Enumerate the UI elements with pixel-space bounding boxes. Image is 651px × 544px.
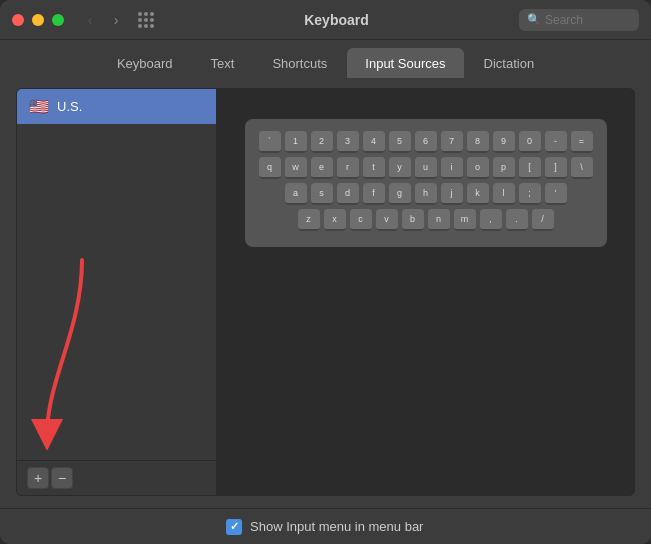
key-0: 0 — [519, 131, 541, 153]
key-7: 7 — [441, 131, 463, 153]
flag-icon: 🇺🇸 — [29, 97, 49, 116]
forward-button[interactable]: › — [106, 10, 126, 30]
close-button[interactable] — [12, 14, 24, 26]
keyboard-row-4: z x c v b n m , . / — [259, 209, 593, 231]
key-r: r — [337, 157, 359, 179]
key-6: 6 — [415, 131, 437, 153]
key-p: p — [493, 157, 515, 179]
key-l: l — [493, 183, 515, 205]
bottom-bar: ✓ Show Input menu in menu bar — [0, 508, 651, 544]
show-input-menu-label: Show Input menu in menu bar — [250, 519, 423, 534]
key-9: 9 — [493, 131, 515, 153]
key-z: z — [298, 209, 320, 231]
key-1: 1 — [285, 131, 307, 153]
key-j: j — [441, 183, 463, 205]
remove-input-button[interactable]: − — [51, 467, 73, 489]
key-x: x — [324, 209, 346, 231]
sidebar-item-us[interactable]: 🇺🇸 U.S. — [17, 89, 216, 124]
maximize-button[interactable] — [52, 14, 64, 26]
key-5: 5 — [389, 131, 411, 153]
key-v: v — [376, 209, 398, 231]
key-rbracket: ] — [545, 157, 567, 179]
checkmark-icon: ✓ — [230, 520, 239, 533]
tab-bar: Keyboard Text Shortcuts Input Sources Di… — [0, 40, 651, 78]
tab-keyboard[interactable]: Keyboard — [99, 48, 191, 78]
back-button[interactable]: ‹ — [80, 10, 100, 30]
keyboard-row-1: ` 1 2 3 4 5 6 7 8 9 0 - = — [259, 131, 593, 153]
keyboard-preview-area: ` 1 2 3 4 5 6 7 8 9 0 - = — [217, 89, 634, 495]
key-quote: ' — [545, 183, 567, 205]
key-y: y — [389, 157, 411, 179]
traffic-lights — [12, 14, 64, 26]
key-m: m — [454, 209, 476, 231]
key-g: g — [389, 183, 411, 205]
add-input-button[interactable]: + — [27, 467, 49, 489]
search-box[interactable]: 🔍 — [519, 9, 639, 31]
key-s: s — [311, 183, 333, 205]
key-i: i — [441, 157, 463, 179]
show-input-menu-checkbox[interactable]: ✓ — [226, 519, 242, 535]
keyboard-visual: ` 1 2 3 4 5 6 7 8 9 0 - = — [245, 119, 607, 247]
sidebar-item-label: U.S. — [57, 99, 82, 114]
key-t: t — [363, 157, 385, 179]
tab-shortcuts[interactable]: Shortcuts — [254, 48, 345, 78]
key-h: h — [415, 183, 437, 205]
tab-dictation[interactable]: Dictation — [466, 48, 553, 78]
key-k: k — [467, 183, 489, 205]
key-8: 8 — [467, 131, 489, 153]
key-lbracket: [ — [519, 157, 541, 179]
key-u: u — [415, 157, 437, 179]
key-a: a — [285, 183, 307, 205]
keyboard-row-2: q w e r t y u i o p [ ] \ — [259, 157, 593, 179]
key-comma: , — [480, 209, 502, 231]
key-q: q — [259, 157, 281, 179]
nav-buttons: ‹ › — [80, 10, 126, 30]
panel: 🇺🇸 U.S. + — [16, 88, 635, 496]
key-minus: - — [545, 131, 567, 153]
search-icon: 🔍 — [527, 13, 541, 26]
sidebar-footer: + − — [17, 460, 216, 495]
key-equals: = — [571, 131, 593, 153]
sidebar-arrow-area — [17, 124, 216, 460]
key-2: 2 — [311, 131, 333, 153]
tab-text[interactable]: Text — [193, 48, 253, 78]
tab-input-sources[interactable]: Input Sources — [347, 48, 463, 78]
key-e: e — [311, 157, 333, 179]
key-n: n — [428, 209, 450, 231]
key-backtick: ` — [259, 131, 281, 153]
window-title: Keyboard — [154, 12, 519, 28]
sidebar: 🇺🇸 U.S. + — [17, 89, 217, 495]
key-o: o — [467, 157, 489, 179]
keyboard-window: ‹ › Keyboard 🔍 Keyboard Text Shortcuts I… — [0, 0, 651, 544]
minimize-button[interactable] — [32, 14, 44, 26]
title-bar: ‹ › Keyboard 🔍 — [0, 0, 651, 40]
key-f: f — [363, 183, 385, 205]
key-semicolon: ; — [519, 183, 541, 205]
content-area: 🇺🇸 U.S. + — [0, 78, 651, 508]
key-backslash: \ — [571, 157, 593, 179]
key-3: 3 — [337, 131, 359, 153]
key-b: b — [402, 209, 424, 231]
key-period: . — [506, 209, 528, 231]
key-d: d — [337, 183, 359, 205]
key-w: w — [285, 157, 307, 179]
search-input[interactable] — [545, 13, 631, 27]
key-c: c — [350, 209, 372, 231]
arrow-annotation — [27, 250, 107, 450]
key-4: 4 — [363, 131, 385, 153]
app-grid-icon[interactable] — [138, 12, 154, 28]
keyboard-row-3: a s d f g h j k l ; ' — [259, 183, 593, 205]
key-slash: / — [532, 209, 554, 231]
checkbox-container: ✓ Show Input menu in menu bar — [226, 519, 423, 535]
